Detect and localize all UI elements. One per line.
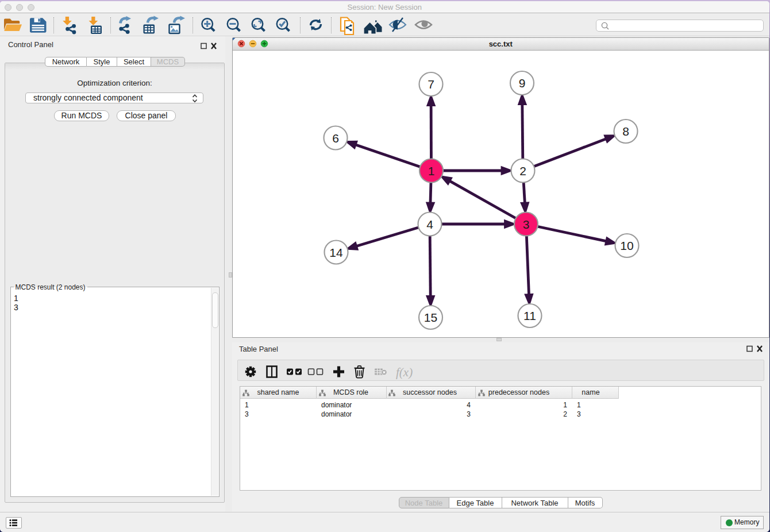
svg-text:14: 14 <box>329 246 343 259</box>
svg-text:f(x): f(x) <box>396 365 413 379</box>
svg-text:10: 10 <box>620 239 633 252</box>
svg-text:3: 3 <box>523 218 530 231</box>
svg-text:11: 11 <box>523 309 536 322</box>
svg-text:7: 7 <box>428 78 434 91</box>
svg-text:15: 15 <box>424 311 437 324</box>
svg-text:2: 2 <box>519 164 526 178</box>
svg-text:4: 4 <box>426 218 433 231</box>
svg-text:9: 9 <box>519 76 526 90</box>
svg-text:1: 1 <box>428 164 435 178</box>
svg-text:6: 6 <box>332 132 339 145</box>
svg-text:8: 8 <box>622 125 629 138</box>
